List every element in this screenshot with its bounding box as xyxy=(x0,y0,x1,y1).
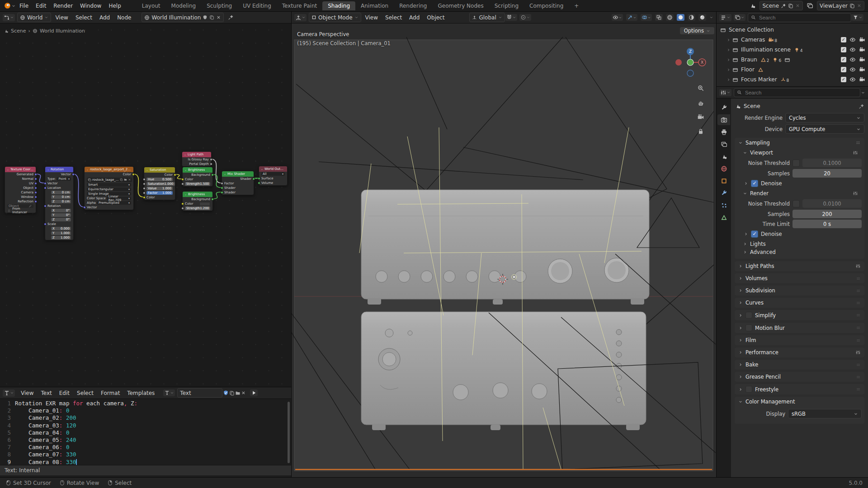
collapse-icon[interactable]: ⌄ xyxy=(86,168,89,171)
blender-logo-icon[interactable] xyxy=(4,2,11,9)
viewport-menu-add[interactable]: Add xyxy=(406,14,423,22)
navigation-gizmo[interactable]: Z X xyxy=(674,46,707,79)
node-row-slider[interactable]: Saturation1.000 xyxy=(144,182,175,186)
noise-threshold-value[interactable]: 0.0100 xyxy=(802,199,862,208)
input-socket[interactable] xyxy=(181,202,184,205)
filter-button[interactable] xyxy=(852,14,863,21)
node-row-slider[interactable]: Hue0.500 xyxy=(144,177,175,182)
panel-header-light-paths[interactable]: Light Paths xyxy=(735,261,864,271)
camera-icon[interactable] xyxy=(859,56,865,63)
output-socket[interactable] xyxy=(34,182,37,185)
node-row-in[interactable]: Volume xyxy=(259,181,287,185)
camera-view-icon[interactable] xyxy=(697,113,704,121)
camera-icon[interactable] xyxy=(859,76,865,83)
node-row-val[interactable]: Y0 cm xyxy=(45,195,73,199)
output-socket[interactable] xyxy=(211,198,214,201)
close-icon[interactable] xyxy=(795,3,800,8)
close-icon[interactable] xyxy=(241,390,246,395)
gizmo-negative-z[interactable] xyxy=(687,70,693,76)
panel-header-sampling[interactable]: Sampling xyxy=(735,138,864,148)
node-value-field[interactable]: X0° xyxy=(51,209,71,212)
hide-eye-toggle[interactable] xyxy=(849,66,856,73)
text-line[interactable]: 3 Camera_02: 200 xyxy=(0,414,291,422)
shader-menu-view[interactable]: View xyxy=(52,14,71,22)
output-socket[interactable] xyxy=(34,173,37,176)
panel-checkbox[interactable] xyxy=(745,312,752,319)
node-mix-shader[interactable]: ⌄Mix ShaderShaderFactorShaderShader xyxy=(222,171,254,195)
exclude-checkbox[interactable]: ✓ xyxy=(841,57,846,62)
collapse-icon[interactable]: ⌄ xyxy=(146,169,148,171)
workspace-tab-texture-paint[interactable]: Texture Paint xyxy=(277,1,322,10)
copy-icon[interactable] xyxy=(788,3,793,9)
copy-icon[interactable] xyxy=(209,15,214,20)
node-header[interactable]: ⌄Rotation xyxy=(45,167,73,172)
node-row-val[interactable]: X0° xyxy=(45,208,73,213)
editor-type-button[interactable] xyxy=(294,14,307,21)
node-row-out[interactable]: Normal xyxy=(5,177,36,181)
input-socket[interactable] xyxy=(143,178,146,181)
render-visibility-toggle[interactable] xyxy=(859,37,865,43)
node-row-in[interactable]: Vector xyxy=(85,205,133,210)
text-menu-text[interactable]: Text xyxy=(37,389,55,397)
output-socket[interactable] xyxy=(34,191,37,194)
world-datablock-selector[interactable]: World Illumination xyxy=(142,13,224,22)
shading-solid-button[interactable] xyxy=(677,14,684,21)
panel-header-freestyle[interactable]: Freestyle xyxy=(735,384,864,394)
node-row-in[interactable]: Scale xyxy=(45,222,73,226)
input-socket[interactable] xyxy=(258,177,260,180)
outliner-search[interactable] xyxy=(748,13,851,22)
text-datablock-selector[interactable]: Text xyxy=(177,388,222,398)
camera-icon[interactable] xyxy=(859,66,865,73)
options-button[interactable]: Options xyxy=(679,27,715,35)
node-header[interactable]: ⌄Texture Coordinate xyxy=(5,167,36,172)
panel-checkbox[interactable] xyxy=(745,386,752,393)
expander-icon[interactable] xyxy=(726,48,731,52)
gizmo-negative-x[interactable] xyxy=(675,59,682,66)
expander-icon[interactable] xyxy=(726,58,731,62)
display-dropdown[interactable]: sRGB xyxy=(788,409,862,418)
input-socket[interactable] xyxy=(143,192,146,194)
menu-file[interactable]: File xyxy=(16,2,32,10)
node-row-out[interactable]: Object xyxy=(5,186,36,190)
properties-tab-render[interactable] xyxy=(717,114,730,125)
exclude-checkbox[interactable]: ✓ xyxy=(841,37,846,42)
grip-icon[interactable] xyxy=(855,140,861,145)
text-line[interactable]: 4 Camera_03: 120 xyxy=(0,422,291,429)
workspace-tab-shading[interactable]: Shading xyxy=(322,1,355,10)
shader-menu-select[interactable]: Select xyxy=(72,14,96,22)
scrollbar[interactable] xyxy=(288,402,290,463)
text-menu-select[interactable]: Select xyxy=(73,389,97,397)
node-header[interactable]: ⌄rostock_laage_airport_2k.exr xyxy=(85,167,133,172)
subpanel-viewport[interactable]: Viewport xyxy=(742,149,862,157)
folder-icon[interactable] xyxy=(235,390,241,396)
shading-wireframe-button[interactable] xyxy=(666,14,674,21)
eye-icon[interactable] xyxy=(849,66,856,73)
node-slider[interactable]: Strength1.200 xyxy=(185,206,210,210)
chevron-down-icon[interactable] xyxy=(861,90,865,95)
copy-icon[interactable] xyxy=(229,390,235,396)
pan-tool-icon[interactable] xyxy=(697,99,704,106)
node-row-in[interactable]: Color xyxy=(183,177,212,182)
input-socket[interactable] xyxy=(44,182,47,185)
pin-icon[interactable] xyxy=(781,3,786,9)
fake-user-icon[interactable] xyxy=(223,390,229,396)
time-limit-value[interactable]: 0 s xyxy=(793,220,862,228)
render-samples-value[interactable]: 200 xyxy=(793,210,862,218)
outliner-row-illumination-scene[interactable]: Illumination scene4✓ xyxy=(717,45,868,55)
node-light-path[interactable]: ⌄Light PathIs Glossy RayPortal Depth xyxy=(182,151,212,167)
copy-icon[interactable] xyxy=(209,15,214,20)
node-slider[interactable]: Hue0.500 xyxy=(146,178,173,181)
outliner-row-braun[interactable]: Braun26✓ xyxy=(717,55,868,65)
node-row-in[interactable]: Location xyxy=(45,186,73,190)
xray-toggle-button[interactable] xyxy=(655,14,663,21)
expander-icon[interactable] xyxy=(726,58,731,62)
workspace-tab-animation[interactable]: Animation xyxy=(355,1,394,10)
panel-header-performance[interactable]: Performance xyxy=(735,347,864,357)
denoise-checkbox[interactable]: ✓ xyxy=(751,230,758,238)
checkbox[interactable] xyxy=(7,209,11,213)
collapse-icon[interactable]: ⌄ xyxy=(47,168,49,171)
input-socket[interactable] xyxy=(44,205,47,207)
hide-eye-toggle[interactable] xyxy=(849,76,856,83)
node-header[interactable]: ⌄Saturation xyxy=(144,167,175,173)
mode-selector[interactable]: Object Mode xyxy=(309,13,361,22)
